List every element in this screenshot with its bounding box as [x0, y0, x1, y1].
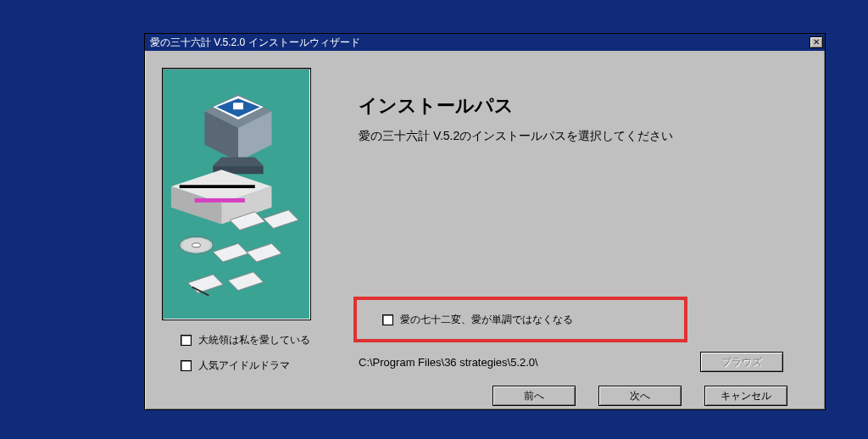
back-button-label: 前へ — [524, 389, 544, 403]
option-seventy-two-label: 愛の七十二変、愛が単調ではなくなる — [400, 313, 573, 327]
wizard-content: インストールパス 愛の三十六計 V.5.2のインストールパスを選択してください … — [145, 51, 825, 409]
page-subtitle: 愛の三十六計 V.5.2のインストールパスを選択してください — [359, 129, 673, 144]
option-seventy-two-checkbox[interactable] — [382, 314, 393, 325]
computer-setup-illustration — [163, 69, 310, 320]
install-path-text: C:\Program Files\36 strategies\5.2.0\ — [359, 356, 538, 369]
titlebar-text: 愛の三十六計 V.5.2.0 インストールウィザード — [150, 36, 810, 50]
option-president-row: 大統領は私を愛している — [181, 333, 310, 347]
svg-marker-17 — [264, 210, 299, 229]
svg-marker-11 — [180, 185, 255, 188]
option-drama-checkbox[interactable] — [181, 360, 192, 371]
next-button[interactable]: 次へ — [598, 386, 682, 406]
svg-marker-18 — [213, 243, 248, 262]
close-icon: ✕ — [813, 38, 820, 47]
highlighted-option-box: 愛の七十二変、愛が単調ではなくなる — [353, 297, 687, 342]
svg-marker-19 — [247, 243, 282, 262]
browse-button-label: ブラウズ — [721, 355, 762, 370]
option-drama-row: 人気アイドルドラマ — [181, 358, 290, 373]
titlebar: 愛の三十六計 V.5.2.0 インストールウィザード ✕ — [145, 34, 825, 51]
option-president-label: 大統領は私を愛している — [198, 333, 310, 347]
wizard-sidebar-graphic — [162, 68, 311, 320]
svg-marker-21 — [228, 272, 264, 291]
cancel-button[interactable]: キャンセル — [704, 386, 787, 406]
svg-marker-6 — [213, 158, 263, 166]
svg-point-15 — [192, 243, 201, 247]
svg-rect-12 — [195, 198, 245, 203]
svg-rect-5 — [233, 103, 243, 109]
page-title: インストールパス — [359, 93, 514, 119]
browse-button: ブラウズ — [700, 352, 783, 372]
option-president-checkbox[interactable] — [181, 335, 192, 346]
next-button-label: 次へ — [630, 389, 650, 403]
cancel-button-label: キャンセル — [721, 389, 771, 403]
option-drama-label: 人気アイドルドラマ — [198, 358, 290, 373]
svg-marker-20 — [188, 275, 224, 293]
installer-wizard-window: 愛の三十六計 V.5.2.0 インストールウィザード ✕ — [144, 33, 826, 410]
close-button[interactable]: ✕ — [810, 36, 823, 48]
back-button[interactable]: 前へ — [492, 386, 576, 406]
